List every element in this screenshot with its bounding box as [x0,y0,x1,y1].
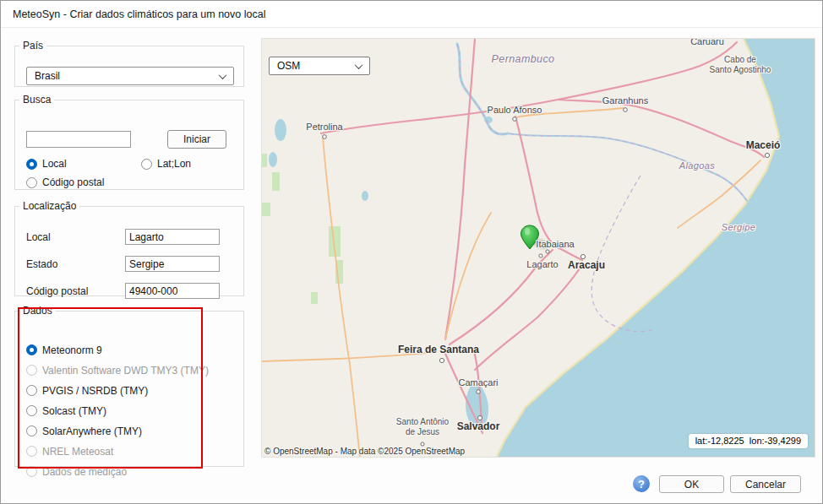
cancel-button[interactable]: Cancelar [730,475,801,493]
help-button[interactable]: ? [633,475,650,492]
dados-group: Dados Meteonorm 9Valentin Software DWD T… [14,305,244,467]
map-graphic [262,39,815,458]
map-layer-select[interactable]: OSM [269,57,370,75]
pais-select[interactable]: Brasil [26,67,234,85]
field-label: Estado [26,258,125,270]
radio-label: SolarAnywhere (TMY) [42,425,142,437]
radio-label: Local [42,158,67,170]
radio-icon[interactable] [26,405,37,416]
radio-icon[interactable] [26,177,37,188]
dados-option-valentin-software-dwd-tmy3-tmy: Valentin Software DWD TMY3 (TMY) [26,364,209,377]
pais-group-label: País [19,40,46,51]
radio-label: Meteonorm 9 [42,344,102,356]
busca-radio-lat-lon[interactable]: Lat;Lon [141,158,238,170]
radio-label: Lat;Lon [157,158,191,170]
dados-option-nrel-meteosat: NREL Meteosat [26,445,209,458]
chevron-down-icon [355,61,363,69]
dados-option-dados-de-medicao: Dados de medição [26,465,209,478]
localizacao-row-local: LocalLagarto [26,229,237,245]
dialog-content: País Brasil Busca Iniciar LocalLat;LonCó… [1,28,822,503]
radio-icon[interactable] [26,385,37,396]
radio-label: Dados de medição [42,466,127,478]
search-input[interactable] [26,131,131,148]
localizacao-row-codigo-postal: Código postal49400-000 [26,283,237,299]
pais-select-value: Brasil [35,70,60,82]
iniciar-button[interactable]: Iniciar [167,130,226,149]
map-layer-value: OSM [277,60,300,72]
meteosyn-dialog: MeteoSyn - Criar dados climáticos para u… [0,0,823,504]
map-container[interactable]: CaruaruPernambucoCabo de Santo Agostinho… [261,38,815,458]
radio-label: PVGIS / NSRDB (TMY) [42,385,148,397]
radio-label: Solcast (TMY) [42,405,106,417]
dados-option-solaranywhere-tmy[interactable]: SolarAnywhere (TMY) [26,425,209,437]
chevron-down-icon [219,71,227,79]
busca-radio-codigo-postal[interactable]: Código postal [26,176,141,188]
radio-label: Código postal [42,176,104,188]
radio-icon[interactable] [26,344,37,355]
titlebar: MeteoSyn - Criar dados climáticos para u… [1,1,822,28]
localizacao-group-label: Localização [19,200,79,212]
busca-group: Busca Iniciar LocalLat;LonCódigo postal [14,94,244,190]
pais-group: País Brasil [14,40,244,87]
radio-icon [26,466,37,477]
codigo-postal-field[interactable]: 49400-000 [125,283,220,299]
radio-icon[interactable] [26,159,37,170]
localizacao-row-estado: EstadoSergipe [26,256,237,272]
dados-radio-group: Meteonorm 9Valentin Software DWD TMY3 (T… [26,344,209,478]
busca-group-label: Busca [19,94,54,106]
estado-field[interactable]: Sergipe [125,256,220,272]
localizacao-group: Localização LocalLagartoEstadoSergipeCód… [14,200,244,296]
radio-icon[interactable] [26,425,37,436]
localizacao-fields: LocalLagartoEstadoSergipeCódigo postal49… [26,229,237,299]
field-label: Código postal [26,285,125,297]
radio-label: NREL Meteosat [42,446,113,458]
map-attribution: © OpenStreetMap - Map data ©2025 OpenStr… [264,447,465,456]
field-label: Local [26,231,125,243]
busca-radio-group: LocalLat;LonCódigo postal [26,158,238,188]
dados-option-meteonorm-9[interactable]: Meteonorm 9 [26,344,209,356]
radio-icon [26,446,37,457]
ok-button[interactable]: OK [659,475,724,493]
local-field[interactable]: Lagarto [125,229,220,245]
dados-group-label: Dados [19,305,56,317]
radio-icon[interactable] [141,159,152,170]
radio-icon [26,365,37,376]
question-mark-icon: ? [638,478,645,490]
busca-radio-local[interactable]: Local [26,158,141,170]
window-title: MeteoSyn - Criar dados climáticos para u… [13,8,265,20]
dados-option-solcast-tmy[interactable]: Solcast (TMY) [26,404,209,417]
dados-option-pvgis-nsrdb-tmy[interactable]: PVGIS / NSRDB (TMY) [26,384,209,397]
radio-label: Valentin Software DWD TMY3 (TMY) [42,365,209,377]
map-coordinates: lat:-12,8225 lon:-39,4299 [689,434,808,448]
